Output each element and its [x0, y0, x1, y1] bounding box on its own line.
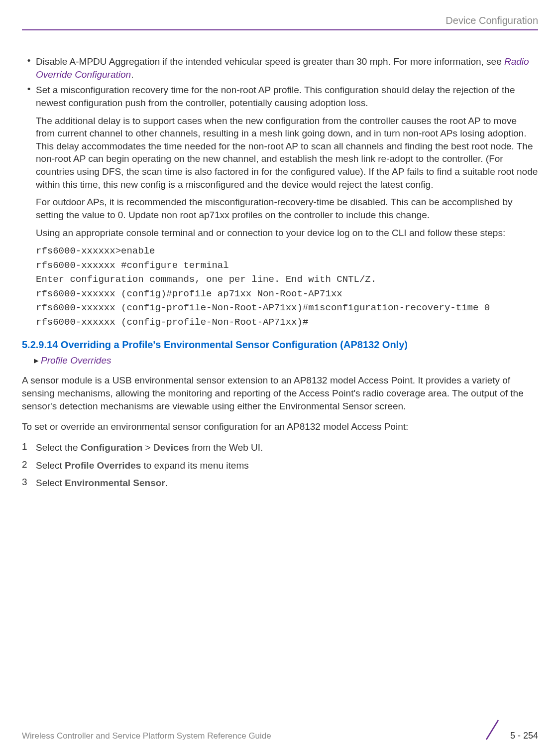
bullet-content-1: Disable A-MPDU Aggregation if the intend…	[36, 55, 538, 81]
step-3: 3 Select Environmental Sensor.	[22, 477, 538, 490]
bullet-marker: •	[22, 84, 36, 109]
bullet-1-text-after: .	[131, 69, 133, 80]
cli-line-2: rfs6000-xxxxxx #configure terminal	[36, 258, 538, 273]
step-3-content: Select Environmental Sensor.	[36, 477, 538, 490]
step-1-content: Select the Configuration > Devices from …	[36, 441, 538, 454]
breadcrumb-link[interactable]: Profile Overrides	[41, 355, 112, 366]
devices-term: Devices	[153, 442, 189, 453]
bullet-1-text-before: Disable A-MPDU Aggregation if the intend…	[36, 56, 504, 67]
configuration-term: Configuration	[81, 442, 143, 453]
bullet-item-2: • Set a misconfiguration recovery time f…	[22, 84, 538, 109]
guide-name: Wireless Controller and Service Platform…	[22, 731, 271, 741]
step-number: 1	[22, 441, 36, 454]
profile-overrides-term: Profile Overrides	[65, 460, 141, 471]
step-number: 3	[22, 477, 36, 490]
body-paragraph-1: A sensor module is a USB environmental s…	[22, 374, 538, 412]
step-2-content: Select Profile Overrides to expand its m…	[36, 459, 538, 472]
environmental-sensor-term: Environmental Sensor	[65, 478, 165, 488]
body-paragraph-2: To set or override an environmental sens…	[22, 420, 538, 433]
page-footer: Wireless Controller and Service Platform…	[22, 719, 538, 741]
header-breadcrumb: Device Configuration	[22, 15, 538, 26]
sub-paragraph-3: Using an appropriate console terminal an…	[36, 227, 538, 240]
cli-block: rfs6000-xxxxxx>enable rfs6000-xxxxxx #co…	[36, 244, 538, 329]
step-2: 2 Select Profile Overrides to expand its…	[22, 459, 538, 472]
page-number: 5 - 254	[510, 731, 538, 741]
sub-paragraph-2: For outdoor APs, it is recommended the m…	[36, 196, 538, 221]
page-header: Device Configuration	[22, 15, 538, 30]
breadcrumb-arrow-icon: ▸	[34, 355, 39, 366]
cli-line-3: Enter configuration commands, one per li…	[36, 272, 538, 287]
cli-line-5: rfs6000-xxxxxx (config-profile-Non-Root-…	[36, 301, 538, 315]
cli-line-4: rfs6000-xxxxxx (config)#profile ap71xx N…	[36, 287, 538, 301]
bullet-item-1: • Disable A-MPDU Aggregation if the inte…	[22, 55, 538, 81]
slash-icon	[482, 719, 502, 741]
footer-right: 5 - 254	[482, 719, 538, 741]
section-heading: 5.2.9.14 Overriding a Profile's Environm…	[22, 339, 538, 351]
cli-line-1: rfs6000-xxxxxx>enable	[36, 244, 538, 258]
section-breadcrumb: ▸Profile Overrides	[34, 355, 538, 366]
step-number: 2	[22, 459, 36, 472]
bullet-marker: •	[22, 55, 36, 81]
cli-line-6: rfs6000-xxxxxx (config-profile-Non-Root-…	[36, 315, 538, 330]
bullet-content-2: Set a misconfiguration recovery time for…	[36, 84, 538, 109]
step-1: 1 Select the Configuration > Devices fro…	[22, 441, 538, 454]
svg-line-0	[486, 720, 498, 740]
sub-paragraph-1: The additional delay is to support cases…	[36, 115, 538, 191]
